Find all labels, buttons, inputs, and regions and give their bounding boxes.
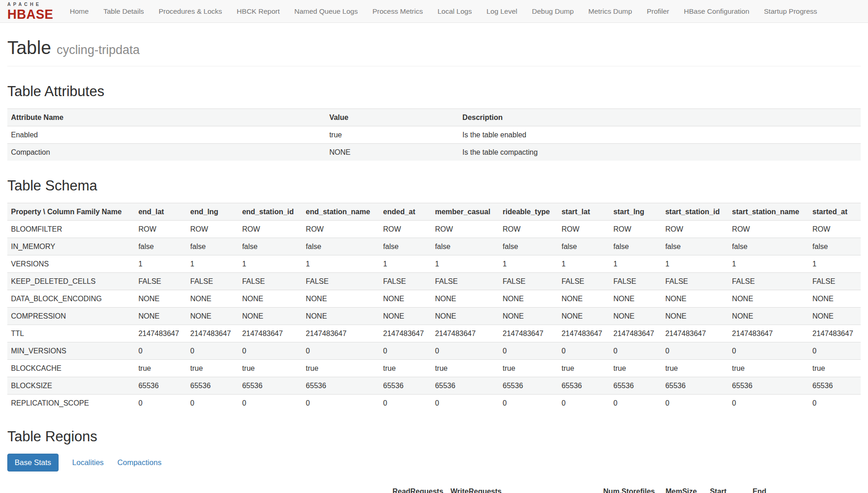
nav-item-home[interactable]: Home (63, 0, 96, 22)
table-cell: NONE (187, 290, 238, 308)
table-cell: 0 (728, 395, 809, 412)
nav-item-startup-progress[interactable]: Startup Progress (757, 0, 825, 22)
table-cell: NONE (558, 290, 609, 308)
table-cell: 65536 (558, 377, 609, 395)
table-cell: FALSE (558, 273, 609, 290)
table-cell: DATA_BLOCK_ENCODING (7, 290, 135, 308)
nav-item-named-queue-logs[interactable]: Named Queue Logs (287, 0, 365, 22)
table-row: TTL2147483647214748364721474836472147483… (7, 325, 861, 342)
title-divider (7, 66, 861, 66)
table-cell: Is the table enabled (459, 126, 861, 144)
table-cell: NONE (809, 290, 861, 308)
table-cell: KEEP_DELETED_CELLS (7, 273, 135, 290)
attr-col-description-header: Description (459, 109, 861, 126)
table-cell: 0 (302, 342, 379, 360)
table-cell: NONE (431, 290, 499, 308)
table-cell: FALSE (302, 273, 379, 290)
nav-links: Home Table Details Procedures & Locks HB… (63, 0, 825, 22)
table-row: KEEP_DELETED_CELLSFALSEFALSEFALSEFALSEFA… (7, 273, 861, 290)
table-cell: ROW (499, 221, 558, 238)
nav-item-metrics-dump[interactable]: Metrics Dump (581, 0, 640, 22)
region-col-numstorefiles-header[interactable]: Num.Storefiles (12) (599, 482, 662, 493)
nav-item-hbase-configuration[interactable]: HBase Configuration (677, 0, 757, 22)
table-cell: MIN_VERSIONS (7, 342, 135, 360)
table-cell: 2147483647 (558, 325, 609, 342)
table-cell: true (809, 360, 861, 377)
table-row: DATA_BLOCK_ENCODINGNONENONENONENONENONEN… (7, 290, 861, 308)
table-cell: 0 (809, 395, 861, 412)
nav-item-process-metrics[interactable]: Process Metrics (365, 0, 430, 22)
table-cell: NONE (728, 290, 809, 308)
table-cell: false (238, 238, 302, 255)
table-cell: FALSE (610, 273, 662, 290)
table-cell: true (431, 360, 499, 377)
region-col-startkey-header[interactable]: Start Key (706, 482, 749, 493)
region-col-memsize-header[interactable]: MemSize (0 MB) (662, 482, 706, 493)
table-cell: ROW (135, 221, 186, 238)
table-cell: true (728, 360, 809, 377)
nav-item-local-logs[interactable]: Local Logs (430, 0, 479, 22)
nav-item-hbck-report[interactable]: HBCK Report (229, 0, 287, 22)
table-cell: TTL (7, 325, 135, 342)
table-cell: FALSE (809, 273, 861, 290)
table-cell: 2147483647 (662, 325, 728, 342)
attr-col-value-header: Value (326, 109, 459, 126)
table-cell: Compaction (7, 144, 326, 161)
region-col-storefilesize-header[interactable]: StorefileSize (61 MB) (510, 482, 599, 493)
nav-item-table-details[interactable]: Table Details (96, 0, 151, 22)
table-cell: ROW (662, 221, 728, 238)
table-cell: ROW (379, 221, 431, 238)
table-cell: 1 (379, 255, 431, 273)
table-cell: 2147483647 (499, 325, 558, 342)
table-cell: NONE (379, 308, 431, 325)
table-row: BLOCKCACHEtruetruetruetruetruetruetruetr… (7, 360, 861, 377)
table-cell: 1 (499, 255, 558, 273)
table-cell: 1 (187, 255, 238, 273)
table-cell: FALSE (431, 273, 499, 290)
nav-item-profiler[interactable]: Profiler (639, 0, 676, 22)
region-col-writerequests-header[interactable]: WriteRequests (1) (447, 482, 510, 493)
table-cell: BLOCKSIZE (7, 377, 135, 395)
nav-item-debug-dump[interactable]: Debug Dump (524, 0, 581, 22)
region-col-server-header[interactable]: Region Server (182, 482, 388, 493)
region-col-regionstate-header[interactable]: Region State (788, 482, 861, 493)
region-col-endkey-header[interactable]: End Key (749, 482, 788, 493)
tab-compactions[interactable]: Compactions (118, 458, 162, 467)
table-cell: FALSE (499, 273, 558, 290)
tab-base-stats[interactable]: Base Stats (7, 454, 59, 471)
table-cell: 65536 (238, 377, 302, 395)
table-cell: false (431, 238, 499, 255)
table-cell: false (379, 238, 431, 255)
table-cell: NONE (431, 308, 499, 325)
table-cell: 2147483647 (728, 325, 809, 342)
table-cell: 0 (135, 395, 186, 412)
table-cell: 0 (499, 395, 558, 412)
tab-localities[interactable]: Localities (72, 458, 104, 467)
table-cell: true (499, 360, 558, 377)
top-navbar: APACHE HBASE Home Table Details Procedur… (0, 0, 868, 23)
table-cell: ROW (431, 221, 499, 238)
table-cell: FALSE (728, 273, 809, 290)
schema-col-header: start_lng (610, 203, 662, 221)
table-cell: NONE (610, 290, 662, 308)
table-cell: IN_MEMORY (7, 238, 135, 255)
table-cell: VERSIONS (7, 255, 135, 273)
hbase-logo[interactable]: APACHE HBASE (6, 1, 54, 22)
region-col-readrequests-header[interactable]: ReadRequests (0) (389, 482, 447, 493)
nav-item-procedures-locks[interactable]: Procedures & Locks (151, 0, 230, 22)
table-cell: NONE (610, 308, 662, 325)
table-cell: FALSE (662, 273, 728, 290)
table-cell: 2147483647 (187, 325, 238, 342)
table-cell: NONE (499, 308, 558, 325)
table-cell: NONE (728, 308, 809, 325)
table-cell: BLOOMFILTER (7, 221, 135, 238)
region-col-name-header[interactable]: Name(1) (7, 482, 182, 493)
regions-tabs: Base Stats Localities Compactions (7, 454, 861, 471)
schema-col-header: end_station_id (238, 203, 302, 221)
table-cell: 0 (187, 342, 238, 360)
table-cell: 0 (379, 395, 431, 412)
table-row: VERSIONS111111111111 (7, 255, 861, 273)
table-cell: 0 (499, 342, 558, 360)
table-cell: NONE (135, 308, 186, 325)
nav-item-log-level[interactable]: Log Level (479, 0, 524, 22)
